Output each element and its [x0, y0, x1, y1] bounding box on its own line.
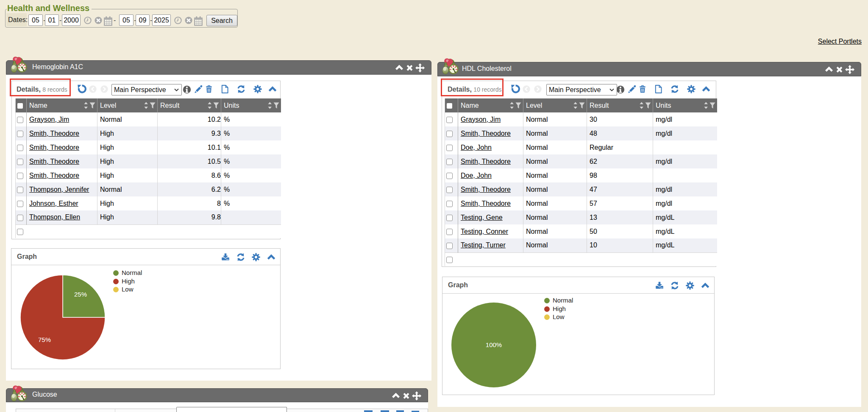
svg-text:25%: 25% [74, 291, 87, 298]
svg-text:100%: 100% [486, 341, 502, 348]
svg-text:75%: 75% [38, 336, 51, 343]
